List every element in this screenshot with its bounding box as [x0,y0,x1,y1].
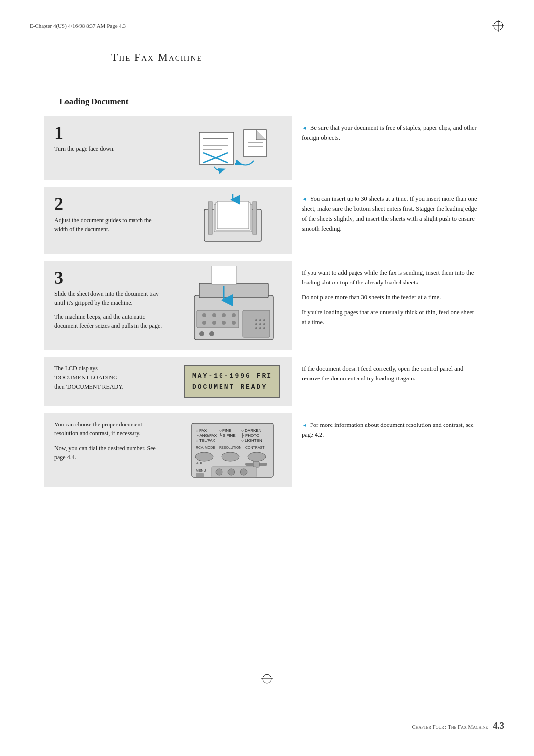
lcd-notes: If the document doesn't feed correctly, … [292,357,490,406]
controls-desc-2: Now, you can dial the desired number. Se… [54,444,165,462]
svg-text:○ FINE: ○ FINE [219,428,231,433]
step-3-desc-2: The machine beeps, and the automatic doc… [54,312,165,330]
svg-point-42 [259,327,261,329]
svg-point-38 [255,323,257,325]
svg-text:CONTRAST: CONTRAST [245,446,265,449]
lcd-desc-3: then 'DOCUMENT READY.' [54,382,165,392]
controls-left: You can choose the proper document resol… [44,413,173,487]
step-2-notes: You can insert up to 30 sheets at a time… [292,187,490,254]
svg-text:└ S.FINE: └ S.FINE [219,433,236,438]
svg-text:├ ANG/FAX: ├ ANG/FAX [196,433,217,438]
lcd-line-1: MAY-10-1996 FRI [192,370,272,381]
svg-text:├ PHOTO: ├ PHOTO [241,433,259,438]
svg-point-58 [248,452,266,461]
svg-point-65 [228,469,235,475]
lcd-row: The LCD displays 'DOCUMENT LOADING' then… [44,357,490,406]
svg-rect-21 [199,283,268,298]
step-3-left: 3 Slide the sheet down into the document… [44,261,173,350]
svg-point-40 [263,323,265,325]
controls-row: You can choose the proper document resol… [44,413,490,487]
step-2-row: 2 Adjust the document guides to match th… [44,187,490,254]
svg-point-26 [232,313,236,317]
svg-text:ABC: ABC [196,461,203,465]
step-1-illustration [189,122,276,174]
svg-point-37 [263,319,265,321]
step-3-image [173,261,292,350]
svg-point-39 [259,323,261,325]
svg-rect-22 [197,310,239,328]
step-3-row: 3 Slide the sheet down into the document… [44,261,490,350]
step-1-image [173,116,292,180]
controls-desc-1: You can choose the proper document resol… [54,420,165,438]
svg-point-41 [255,327,257,329]
lcd-desc-2: 'DOCUMENT LOADING' [54,373,165,382]
page-number: 4.3 [493,721,505,731]
controls-note-1: For more information about document reso… [302,420,480,440]
reg-mark-top-right [492,20,504,32]
reg-mark-bottom [261,673,273,685]
svg-point-29 [222,321,226,325]
lcd-screen: MAY-10-1996 FRI DOCUMENT READY [184,365,280,398]
lcd-note-1: If the document doesn't feed correctly, … [302,364,480,383]
step-3-desc-1: Slide the sheet down into the document t… [54,289,165,307]
svg-text:RCV. MODE: RCV. MODE [196,446,215,449]
page-footer: Chapter Four : The Fax Machine 4.3 [412,721,504,731]
title-box: The Fax Machine [99,47,215,68]
step-2-left: 2 Adjust the document guides to match th… [44,187,173,254]
svg-point-66 [240,469,247,475]
svg-text:○ FAX: ○ FAX [196,428,207,433]
svg-point-30 [232,321,236,325]
svg-rect-62 [196,473,204,477]
svg-point-35 [255,319,257,321]
svg-text:MENU: MENU [196,469,206,472]
step-3-notes: If you want to add pages while the fax i… [292,261,490,350]
svg-rect-60 [253,461,259,467]
step-3-note-3: If you're loading pages that are unusual… [302,307,480,327]
lcd-line-2: DOCUMENT READY [192,381,272,393]
step-2-note-1: You can insert up to 30 sheets at a time… [302,194,480,234]
step-1-note-1: Be sure that your document is free of st… [302,123,480,142]
svg-point-43 [263,327,265,329]
svg-rect-34 [212,266,236,284]
svg-text:○ TEL/FAX: ○ TEL/FAX [196,438,216,443]
svg-point-57 [222,452,239,461]
step-1-description: Turn the page face down. [54,144,165,153]
svg-rect-15 [208,202,212,234]
page-header: E-Chapter 4(US) 4/16/98 8:37 AM Page 4.3 [30,20,504,32]
svg-point-56 [195,452,213,461]
controls-image: ○ FAX ├ ANG/FAX ○ TEL/FAX ○ FINE └ S.FIN… [173,413,292,487]
step-1-notes: Be sure that your document is free of st… [292,116,490,180]
lcd-left: The LCD displays 'DOCUMENT LOADING' then… [44,357,173,406]
svg-point-24 [212,313,216,317]
step-3-number: 3 [54,269,165,286]
svg-point-23 [202,313,206,317]
step-1-row: 1 Turn the page face down. [44,116,490,180]
svg-text:○ LIGHTEN: ○ LIGHTEN [241,438,262,443]
svg-point-28 [212,321,216,325]
lcd-display: MAY-10-1996 FRI DOCUMENT READY [173,357,292,406]
svg-text:○ DARKEN: ○ DARKEN [241,428,262,433]
svg-point-27 [202,321,206,325]
section-title: Loading Document [59,97,504,107]
svg-text:RESOLUTION: RESOLUTION [219,446,242,449]
svg-point-25 [222,313,226,317]
svg-rect-3 [199,132,234,164]
step-2-illustration [189,192,276,249]
lcd-desc-1: The LCD displays [54,364,165,373]
svg-point-64 [216,469,222,475]
controls-illustration: ○ FAX ├ ANG/FAX ○ TEL/FAX ○ FINE └ S.FIN… [187,418,278,482]
step-2-number: 2 [54,195,165,213]
step-3-note-2: Do not place more than 30 sheets in the … [302,292,480,302]
svg-point-32 [199,331,204,336]
page-title: The Fax Machine [111,51,203,64]
step-1-left: 1 Turn the page face down. [44,116,173,180]
step-2-image [173,187,292,254]
footer-text: Chapter Four : The Fax Machine [412,724,488,730]
header-text: E-Chapter 4(US) 4/16/98 8:37 AM Page 4.3 [30,23,126,29]
step-1-number: 1 [54,124,165,142]
svg-point-36 [259,319,261,321]
content-area: 1 Turn the page face down. [44,116,490,492]
step-2-description: Adjust the document guides to match the … [54,216,165,234]
svg-rect-16 [253,202,257,234]
controls-notes: For more information about document reso… [292,413,490,487]
